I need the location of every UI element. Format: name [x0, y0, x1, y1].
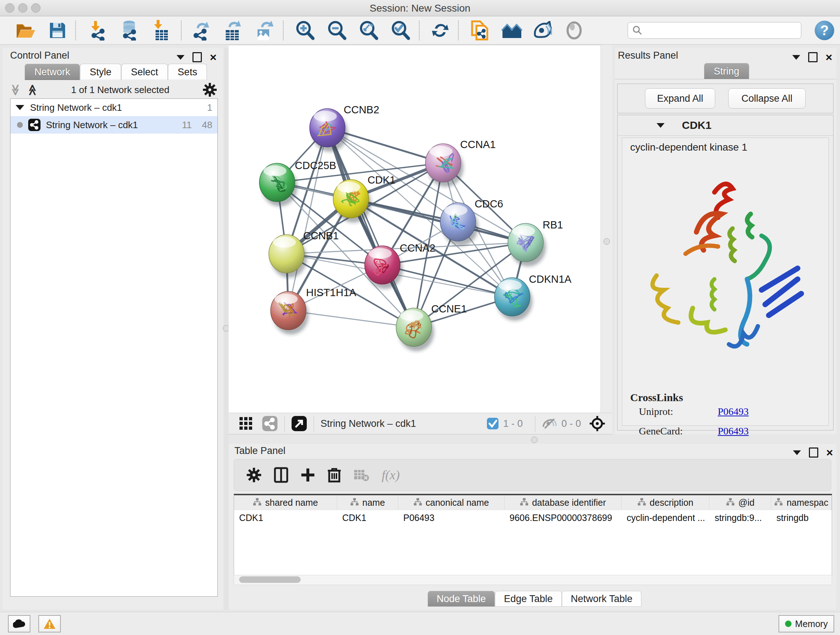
panel-float-icon[interactable] [809, 448, 818, 458]
expand-all-networks-icon[interactable]: ≫ [9, 84, 22, 95]
tree-expander-icon[interactable] [16, 105, 24, 110]
network-graph[interactable]: CCNB2CCNA1CDC25BCDK1CDC6RB1CCNB1CCNA2CDK… [229, 45, 600, 413]
memory-button[interactable]: Memory [778, 615, 834, 632]
function-builder-icon[interactable]: f(x) [382, 467, 400, 483]
network-node-hist1h1a[interactable]: HIST1H1A [271, 287, 356, 334]
network-share-icon[interactable] [262, 416, 278, 432]
network-node-cdkn1a[interactable]: CDKN1A [494, 273, 572, 321]
results-tab-string[interactable]: String [704, 63, 749, 79]
add-column-icon[interactable] [301, 468, 315, 482]
table-cell[interactable]: CDK1 [234, 510, 337, 525]
network-canvas[interactable]: CCNB2CCNA1CDC25BCDK1CDC6RB1CCNB1CCNA2CDK… [229, 45, 600, 413]
collapse-protein-icon[interactable] [657, 123, 665, 128]
export-table-icon[interactable] [221, 20, 244, 41]
cloud-status-button[interactable] [8, 615, 30, 632]
hide-panels-icon[interactable] [532, 20, 554, 41]
horizontal-splitter-handle[interactable] [531, 437, 538, 443]
open-session-icon[interactable] [14, 20, 37, 41]
column-header-name[interactable]: name [337, 495, 398, 510]
birdseye-home-icon[interactable] [501, 20, 523, 41]
network-tree-root-row[interactable]: String Network – cdk1 1 [11, 99, 218, 116]
table-row[interactable]: CDK1CDK1P064939606.ENSP00000378699cyclin… [234, 510, 832, 525]
tab-node-table[interactable]: Node Table [428, 591, 495, 607]
crosslink-value-link[interactable]: P06493 [718, 425, 749, 437]
column-header--id[interactable]: @id [709, 495, 771, 510]
cloud-icon [13, 619, 25, 628]
show-glass-icon[interactable] [563, 20, 585, 41]
network-tree-child-row[interactable]: String Network – cdk1 11 48 [11, 116, 218, 134]
node-table[interactable]: shared namenamecanonical namedatabase id… [234, 494, 832, 576]
column-header-database-identifier[interactable]: database identifier [505, 495, 622, 510]
export-image-icon[interactable] [253, 20, 276, 41]
tab-sets[interactable]: Sets [168, 64, 207, 80]
search-field[interactable] [643, 25, 796, 36]
crosslink-value-link[interactable]: P06493 [718, 406, 749, 417]
column-header-namespac[interactable]: namespac [771, 495, 832, 510]
tab-network-table[interactable]: Network Table [562, 591, 642, 607]
toolbar-separator [458, 21, 459, 40]
delete-table-icon[interactable] [354, 469, 369, 481]
show-columns-icon[interactable] [274, 467, 288, 483]
table-cell[interactable]: stringdb [771, 510, 832, 525]
clone-network-icon[interactable] [469, 20, 491, 41]
network-node-ccne1[interactable]: CCNE1 [396, 303, 467, 351]
network-node-ccnb1[interactable]: CCNB1 [269, 230, 339, 278]
tab-select[interactable]: Select [121, 64, 168, 80]
panel-close-icon[interactable]: × [826, 448, 833, 456]
table-cell[interactable]: cyclin-dependent ... [622, 510, 709, 525]
network-node-cdk1[interactable]: CDK1 [333, 174, 395, 223]
panel-float-icon[interactable] [193, 52, 202, 62]
left-splitter[interactable] [224, 48, 229, 610]
refresh-layout-icon[interactable] [429, 20, 452, 41]
grid-view-icon[interactable] [239, 416, 253, 431]
save-session-icon[interactable] [46, 20, 69, 41]
tab-edge-table[interactable]: Edge Table [495, 591, 562, 607]
network-node-rb1[interactable]: RB1 [508, 219, 563, 266]
delete-column-icon[interactable] [327, 467, 341, 483]
panel-menu-icon[interactable] [177, 55, 185, 60]
panel-float-icon[interactable] [808, 52, 818, 62]
network-options-gear-icon[interactable] [202, 82, 217, 97]
tab-style[interactable]: Style [80, 64, 121, 80]
protein-card-header[interactable]: CDK1 [617, 115, 833, 136]
export-network-icon[interactable] [190, 20, 213, 41]
node-label: CDC25B [295, 160, 336, 171]
birdseye-view-icon[interactable] [291, 416, 307, 432]
table-hscrollbar-thumb[interactable] [239, 576, 301, 583]
import-database-icon[interactable] [118, 20, 141, 41]
import-table-icon[interactable] [150, 20, 172, 41]
crosshair-icon[interactable] [589, 415, 606, 432]
network-edge[interactable] [288, 128, 327, 310]
panel-menu-icon[interactable] [792, 55, 800, 60]
search-input[interactable] [628, 22, 801, 39]
column-header-description[interactable]: description [622, 495, 709, 510]
right-splitter-handle[interactable] [603, 238, 610, 245]
panel-close-icon[interactable]: × [826, 53, 832, 61]
tab-network[interactable]: Network [25, 64, 80, 80]
zoom-out-icon[interactable] [325, 20, 348, 41]
column-header-shared-name[interactable]: shared name [234, 495, 337, 510]
expand-all-button[interactable]: Expand All [645, 88, 715, 109]
table-cell[interactable]: 9606.ENSP00000378699 [505, 510, 622, 525]
network-node-cdc6[interactable]: CDC6 [440, 198, 503, 246]
results-panel-header-controls: × [792, 52, 832, 62]
zoom-selected-icon[interactable] [389, 20, 412, 41]
panel-close-icon[interactable]: × [210, 53, 217, 61]
collapse-all-networks-icon[interactable]: ≫ [26, 84, 39, 95]
table-cell[interactable]: stringdb:9... [709, 510, 771, 525]
table-cell[interactable]: CDK1 [337, 510, 398, 525]
table-cell[interactable]: P06493 [398, 510, 505, 525]
network-node-ccnb2[interactable]: CCNB2 [309, 104, 379, 152]
table-settings-gear-icon[interactable] [246, 467, 262, 483]
warnings-button[interactable] [38, 615, 61, 632]
panel-menu-icon[interactable] [793, 450, 801, 455]
import-network-icon[interactable] [87, 20, 109, 41]
collapse-all-button[interactable]: Collapse All [728, 88, 806, 109]
right-splitter[interactable] [600, 45, 613, 413]
zoom-fit-icon[interactable] [357, 20, 380, 41]
help-button[interactable]: ? [815, 21, 834, 40]
table-hscrollbar[interactable] [234, 575, 832, 585]
zoom-in-icon[interactable] [294, 20, 316, 41]
selected-nodes-checkbox-icon[interactable] [486, 417, 499, 430]
column-header-canonical-name[interactable]: canonical name [398, 495, 505, 510]
